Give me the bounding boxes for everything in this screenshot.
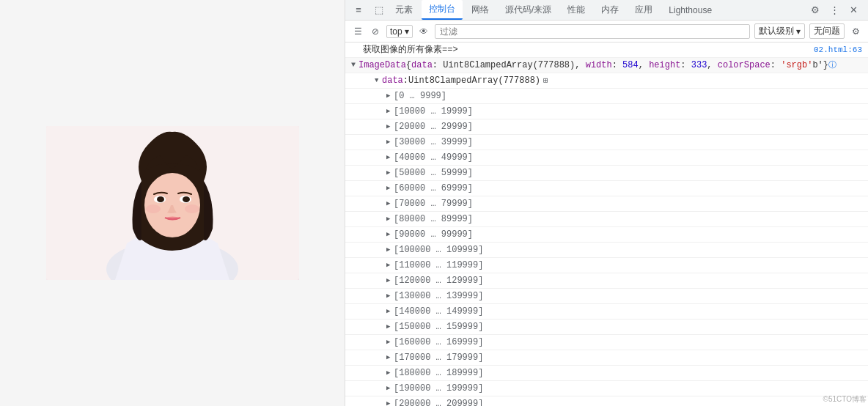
range-14: ▶ [140000 … 149999]	[345, 304, 868, 320]
devtools-panel: ≡ ⬚ 元素 控制台 网络 源代码/来源 性能 内存 应用 Lighthouse…	[345, 0, 868, 406]
range-13-label: [130000 … 139999]	[394, 289, 483, 303]
range-16-label: [160000 … 169999]	[394, 336, 483, 349]
context-dropdown-icon: ▾	[405, 26, 409, 37]
range-4-arrow[interactable]: ▶	[386, 151, 394, 164]
tab-right-icons: ⚙ ⋮ ✕	[808, 3, 865, 18]
tab-lighthouse[interactable]: Lighthouse	[661, 2, 719, 18]
tab-memory[interactable]: 内存	[594, 1, 626, 19]
range-4: ▶ [40000 … 49999]	[345, 150, 868, 166]
range-19: ▶ [190000 … 199999]	[345, 381, 868, 396]
imagedata-expand-arrow[interactable]: ▼	[351, 59, 356, 72]
range-1-arrow[interactable]: ▶	[386, 105, 394, 118]
range-1: ▶ [10000 … 19999]	[345, 104, 868, 119]
range-13-arrow[interactable]: ▶	[386, 289, 394, 303]
range-10-label: [100000 … 109999]	[394, 243, 483, 256]
range-20-arrow[interactable]: ▶	[386, 397, 394, 406]
watermark: ©51CTO博客	[823, 394, 867, 405]
range-6-arrow[interactable]: ▶	[386, 182, 394, 195]
range-12-arrow[interactable]: ▶	[386, 274, 394, 287]
devtools-menu-icon[interactable]: ≡	[351, 3, 366, 18]
range-3-arrow[interactable]: ▶	[386, 136, 394, 149]
range-18-arrow[interactable]: ▶	[386, 366, 394, 380]
range-6: ▶ [60000 … 69999]	[345, 181, 868, 196]
range-13: ▶ [130000 … 139999]	[345, 289, 868, 304]
devtools-settings-icon[interactable]: ⚙	[808, 3, 823, 18]
range-11-label: [110000 … 119999]	[394, 259, 483, 272]
data-type: Uint8ClampedArray(777888)	[408, 74, 540, 87]
range-12-label: [120000 … 129999]	[394, 274, 483, 287]
console-eye-icon[interactable]: 👁	[417, 25, 430, 38]
webpage-panel	[0, 0, 345, 406]
source-link[interactable]: 02.html:63	[814, 43, 862, 56]
range-18: ▶ [180000 … 189999]	[345, 366, 868, 381]
range-0: ▶ [0 … 9999]	[345, 89, 868, 104]
tab-console[interactable]: 控制台	[422, 0, 463, 20]
data-key: data	[382, 74, 403, 87]
range-5-arrow[interactable]: ▶	[386, 166, 394, 180]
range-10-arrow[interactable]: ▶	[386, 243, 394, 256]
devtools-close-icon[interactable]: ✕	[846, 3, 861, 18]
portrait-svg	[46, 126, 299, 280]
range-16-arrow[interactable]: ▶	[386, 336, 394, 349]
range-2-label: [20000 … 29999]	[394, 120, 473, 133]
range-2-arrow[interactable]: ▶	[386, 120, 394, 133]
data-table-icon[interactable]: ⊞	[543, 74, 548, 87]
range-9-label: [90000 … 99999]	[394, 228, 473, 241]
range-15-arrow[interactable]: ▶	[386, 320, 394, 333]
devtools-tabs: ≡ ⬚ 元素 控制台 网络 源代码/来源 性能 内存 应用 Lighthouse…	[345, 0, 868, 21]
range-3: ▶ [30000 … 39999]	[345, 135, 868, 150]
tab-sources[interactable]: 源代码/来源	[498, 1, 559, 19]
svg-point-7	[157, 196, 164, 202]
context-value: top	[390, 26, 402, 37]
imagedata-info-icon: ⓘ	[828, 59, 836, 72]
range-8-label: [80000 … 89999]	[394, 213, 473, 226]
imagedata-content: {data: Uint8ClampedArray(777888), width:…	[406, 59, 813, 72]
range-17: ▶ [170000 … 179999]	[345, 350, 868, 366]
range-17-arrow[interactable]: ▶	[386, 351, 394, 364]
data-colon: :	[403, 74, 408, 87]
console-line-prefix: 获取图像的所有像素==> 02.html:63	[345, 43, 868, 58]
range-11-arrow[interactable]: ▶	[386, 259, 394, 272]
range-0-label: [0 … 9999]	[394, 89, 446, 103]
tab-network[interactable]: 网络	[464, 1, 496, 19]
range-14-arrow[interactable]: ▶	[386, 305, 394, 318]
console-sidebar-icon[interactable]: ☰	[351, 25, 364, 38]
svg-point-8	[183, 196, 190, 202]
tab-application[interactable]: 应用	[628, 1, 660, 19]
inspect-icon[interactable]: ⬚	[372, 3, 386, 18]
devtools-more-icon[interactable]: ⋮	[827, 3, 842, 18]
range-8-arrow[interactable]: ▶	[386, 213, 394, 226]
range-8: ▶ [80000 … 89999]	[345, 212, 868, 227]
tab-icons-left: ≡ ⬚	[351, 3, 386, 18]
range-11: ▶ [110000 … 119999]	[345, 258, 868, 273]
console-output: 获取图像的所有像素==> 02.html:63 ▼ ImageData {dat…	[345, 43, 868, 406]
range-16: ▶ [160000 … 169999]	[345, 335, 868, 350]
range-4-label: [40000 … 49999]	[394, 151, 473, 164]
range-10: ▶ [100000 … 109999]	[345, 243, 868, 258]
tab-performance[interactable]: 性能	[560, 1, 592, 19]
no-issues-button[interactable]: 无问题	[809, 23, 845, 39]
data-expand-arrow[interactable]: ▼	[375, 74, 382, 87]
svg-point-10	[185, 204, 199, 213]
console-clear-icon[interactable]: ⊘	[369, 25, 382, 38]
log-level-selector[interactable]: 默认级别 ▾	[754, 23, 805, 39]
log-level-arrow: ▾	[796, 26, 801, 37]
console-filter-input[interactable]	[435, 24, 750, 39]
range-14-label: [140000 … 149999]	[394, 305, 483, 318]
range-7-arrow[interactable]: ▶	[386, 197, 394, 210]
context-selector[interactable]: top ▾	[386, 25, 413, 38]
range-19-arrow[interactable]: ▶	[386, 382, 394, 395]
range-18-label: [180000 … 189999]	[394, 366, 483, 380]
range-3-label: [30000 … 39999]	[394, 136, 473, 149]
data-array-line: ▼ data : Uint8ClampedArray(777888) ⊞	[345, 73, 868, 89]
console-settings-icon[interactable]: ⚙	[849, 25, 862, 38]
range-12: ▶ [120000 … 129999]	[345, 273, 868, 289]
range-15-label: [150000 … 159999]	[394, 320, 483, 333]
range-9-arrow[interactable]: ▶	[386, 228, 394, 241]
range-5: ▶ [50000 … 59999]	[345, 166, 868, 181]
tab-elements[interactable]: 元素	[388, 1, 420, 19]
range-9: ▶ [90000 … 99999]	[345, 227, 868, 243]
range-0-arrow[interactable]: ▶	[386, 89, 394, 103]
webpage-image	[46, 126, 299, 280]
range-15: ▶ [150000 … 159999]	[345, 320, 868, 335]
